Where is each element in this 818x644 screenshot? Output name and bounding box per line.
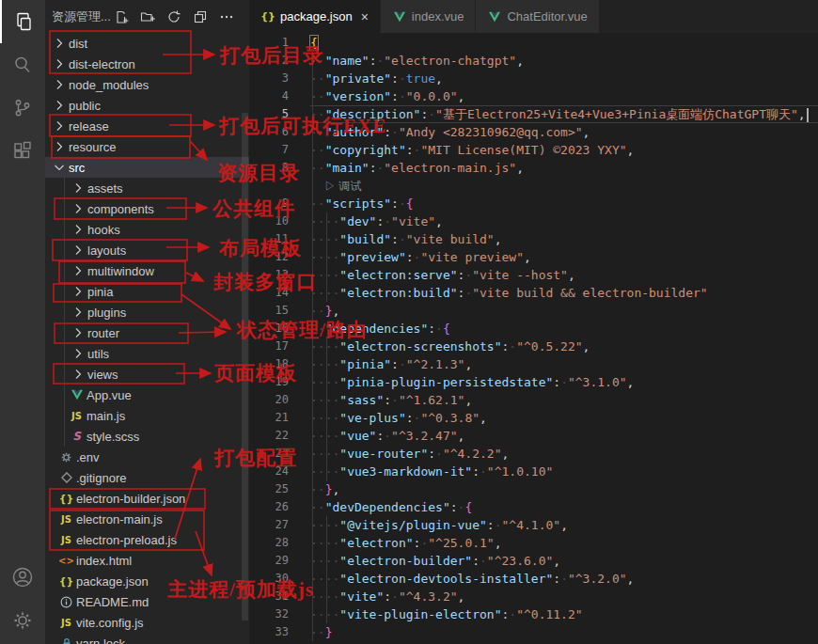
- tree-item-dist-electron[interactable]: dist-electron: [45, 54, 249, 74]
- code-line-11[interactable]: 11····"build":·"vite build",: [249, 230, 818, 248]
- tree-item-style.scss[interactable]: Sstyle.scss: [45, 426, 249, 447]
- tab-index.vue[interactable]: index.vue: [381, 0, 476, 33]
- code-line-14[interactable]: 14····"electron:build":·"vite build && e…: [249, 284, 818, 302]
- tree-item-.gitignore[interactable]: .gitignore: [45, 467, 249, 488]
- activity-settings[interactable]: [0, 599, 45, 642]
- line-number: 18: [249, 355, 289, 373]
- tab-close-icon[interactable]: ×: [361, 10, 369, 24]
- codelens-debug-link[interactable]: ▷ 调试: [324, 180, 361, 193]
- code-line-31[interactable]: 31····"vite":·"^4.3.2",: [249, 588, 818, 605]
- tree-item-package.json[interactable]: {}package.json: [45, 571, 249, 591]
- code-line-5[interactable]: 5··"description":·"基于Electron25+Vite4+Vu…: [249, 105, 818, 123]
- tree-item-App.vue[interactable]: App.vue: [45, 385, 249, 405]
- code-line-29[interactable]: 29····"electron-builder":·"^23.6.0",: [249, 552, 818, 570]
- line-number: 27: [249, 516, 289, 534]
- more-actions-icon[interactable]: [216, 7, 236, 26]
- code-line-24[interactable]: 24····"vue3-markdown-it":·"^1.0.10": [249, 463, 818, 480]
- sidebar-scrollbar[interactable]: [242, 113, 248, 620]
- code-line-9[interactable]: 9··"scripts":·{: [249, 195, 818, 212]
- tree-item-label: public: [69, 99, 101, 113]
- tree-item-node_modules[interactable]: node_modules: [45, 74, 249, 95]
- gear-icon: [58, 449, 74, 464]
- code-line-17[interactable]: 17····"electron-screenshots":·"^0.5.22",: [249, 338, 818, 355]
- tree-item-multiwindow[interactable]: multiwindow: [45, 260, 249, 281]
- code-line-25[interactable]: 25··},: [249, 480, 818, 498]
- sidebar-header: 资源管理...: [45, 0, 249, 33]
- code-line-6[interactable]: 6··"author":·"Andy <282310962@qq.com>",: [249, 123, 818, 141]
- refresh-icon[interactable]: [164, 7, 183, 26]
- tree-item-utils[interactable]: utils: [45, 343, 249, 364]
- tree-item-electron-preload.js[interactable]: JSelectron-preload.js: [45, 529, 249, 550]
- code-line-1[interactable]: 1{: [249, 34, 818, 52]
- line-number: 30: [249, 570, 289, 588]
- code-line-32[interactable]: 32····"vite-plugin-electron":·"^0.11.2": [249, 605, 818, 623]
- tree-item-.env[interactable]: .env: [45, 447, 249, 467]
- tree-item-src[interactable]: src: [45, 157, 249, 178]
- tree-item-label: node_modules: [69, 78, 149, 92]
- new-folder-icon[interactable]: [137, 7, 157, 26]
- code-line-33[interactable]: 33··}: [249, 623, 818, 641]
- tree-item-plugins[interactable]: plugins: [45, 302, 249, 322]
- tree-item-router[interactable]: router: [45, 322, 249, 343]
- activity-search[interactable]: [0, 43, 45, 86]
- tree-item-yarn.lock[interactable]: yarn.lock: [45, 633, 249, 644]
- open-editors-icon[interactable]: [190, 7, 210, 26]
- code-line-12[interactable]: 12····"preview":·"vite preview",: [249, 248, 818, 266]
- tree-item-layouts[interactable]: layouts: [45, 240, 249, 260]
- code-line-20[interactable]: 20····"sass":·"^1.62.1",: [249, 391, 818, 409]
- code-line-8[interactable]: 8··"main":·"electron-main.js",: [249, 159, 818, 177]
- code-editor[interactable]: 1{2··"name":·"electron-chatgpt",3··"priv…: [249, 33, 818, 644]
- tree-item-README.md[interactable]: README.md: [45, 591, 249, 612]
- code-line-4[interactable]: 4··"version":·"0.0.0",: [249, 87, 818, 105]
- code-line-30[interactable]: 30····"electron-devtools-installer":·"^3…: [249, 570, 818, 588]
- code-line-7[interactable]: 7··"copyright":·"MIT License(MIT) ©2023 …: [249, 141, 818, 159]
- tree-item-views[interactable]: views: [45, 364, 249, 385]
- code-line-27[interactable]: 27····"@vitejs/plugin-vue":·"^4.1.0",: [249, 516, 818, 534]
- code-line-10[interactable]: 10····"dev":·"vite",: [249, 212, 818, 230]
- tree-item-dist[interactable]: dist: [45, 33, 249, 54]
- tree-item-electron-main.js[interactable]: JSelectron-main.js: [45, 509, 249, 529]
- activity-source-control[interactable]: [0, 86, 45, 130]
- tree-item-label: utils: [87, 347, 109, 361]
- tree-item-hooks[interactable]: hooks: [45, 219, 249, 240]
- line-number: 26: [249, 498, 289, 516]
- code-line-3[interactable]: 3··"private":·true,: [249, 70, 818, 87]
- tab-ChatEditor.vue[interactable]: ChatEditor.vue: [476, 0, 598, 33]
- tree-item-public[interactable]: public: [45, 95, 249, 116]
- tab-package.json[interactable]: {}package.json×: [249, 0, 380, 33]
- code-line-28[interactable]: 28····"electron":·"^25.0.1",: [249, 534, 818, 552]
- tree-item-resource[interactable]: resource: [45, 136, 249, 157]
- code-line-13[interactable]: 13····"electron:serve":·"vite --host",: [249, 266, 818, 284]
- tree-item-electron-builder.json[interactable]: {}electron-builder.json: [45, 488, 249, 509]
- tree-item-vite.config.js[interactable]: JSvite.config.js: [45, 612, 249, 633]
- activity-account[interactable]: [0, 556, 45, 599]
- tree-item-index.html[interactable]: <>index.html: [45, 550, 249, 571]
- code-line-18[interactable]: 18····"pinia":·"^2.1.3",: [249, 355, 818, 373]
- chev-r-icon: [51, 118, 67, 134]
- tree-item-pinia[interactable]: pinia: [45, 281, 249, 302]
- code-line-23[interactable]: 23····"vue-router":·"^4.2.2",: [249, 445, 818, 463]
- tree-item-assets[interactable]: assets: [45, 178, 249, 198]
- vscode-window: 资源管理... distdist-electronnode_modulespub…: [0, 0, 818, 644]
- tree-item-components[interactable]: components: [45, 198, 249, 219]
- chev-r-icon: [70, 243, 86, 258]
- line-number: 21: [249, 409, 289, 427]
- code-line-16[interactable]: 16··"dependencies":·{: [249, 320, 818, 338]
- codelens-row[interactable]: ▷ 调试: [249, 177, 818, 195]
- lock-icon: [58, 636, 74, 644]
- code-line-22[interactable]: 22····"vue":·"^3.2.47",: [249, 427, 818, 445]
- new-file-icon[interactable]: [111, 7, 131, 26]
- chev-r-icon: [70, 346, 86, 361]
- code-line-21[interactable]: 21····"ve-plus":·"^0.3.8",: [249, 409, 818, 427]
- tree-item-main.js[interactable]: JSmain.js: [45, 405, 249, 426]
- explorer-sidebar: 资源管理... distdist-electronnode_modulespub…: [45, 0, 249, 644]
- code-line-19[interactable]: 19····"pinia-plugin-persistedstate":·"^3…: [249, 373, 818, 391]
- code-line-2[interactable]: 2··"name":·"electron-chatgpt",: [249, 52, 818, 70]
- activity-explorer[interactable]: [0, 0, 45, 43]
- code-line-15[interactable]: 15··},: [249, 302, 818, 320]
- activity-extensions[interactable]: [0, 130, 45, 173]
- code-line-26[interactable]: 26··"devDependencies":·{: [249, 498, 818, 516]
- line-number: 6: [249, 123, 289, 141]
- tree-item-release[interactable]: release: [45, 116, 249, 136]
- json-icon: {}: [260, 9, 275, 24]
